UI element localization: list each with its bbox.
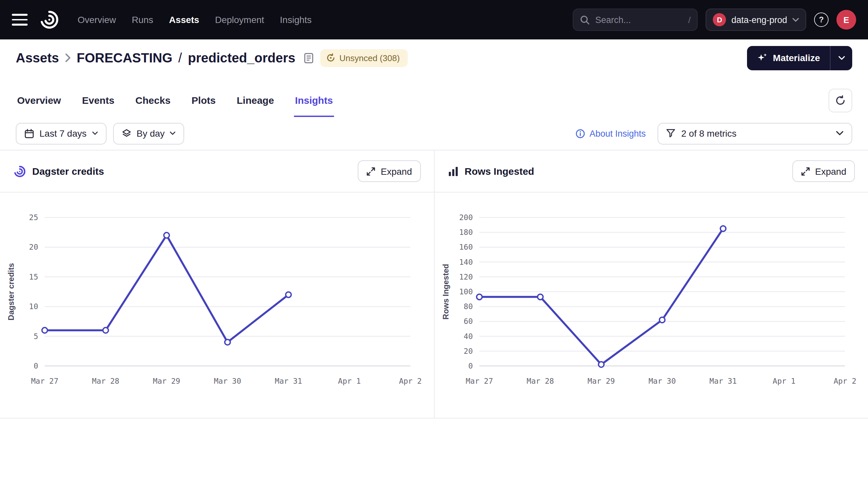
main-nav: Overview Runs Assets Deployment Insights: [78, 14, 312, 25]
about-insights-link[interactable]: About Insights: [576, 129, 646, 138]
org-switcher[interactable]: D data-eng-prod: [705, 9, 806, 31]
svg-text:80: 80: [463, 302, 472, 311]
svg-text:0: 0: [34, 362, 38, 370]
materialize-button[interactable]: Materialize: [747, 45, 830, 70]
org-avatar: D: [713, 13, 726, 26]
tab-events[interactable]: Events: [80, 95, 115, 117]
svg-text:15: 15: [29, 273, 38, 281]
nav-item-deployment[interactable]: Deployment: [215, 14, 264, 25]
svg-text:Apr 1: Apr 1: [338, 377, 361, 385]
svg-text:Mar 27: Mar 27: [31, 377, 58, 385]
chevron-down-icon: [838, 55, 845, 60]
line-chart-rows-ingested[interactable]: 020406080100120140160180200Mar 27Mar 28M…: [434, 193, 868, 418]
refresh-icon: [835, 95, 846, 106]
panel-title: Dagster credits: [13, 165, 104, 178]
top-navbar: Overview Runs Assets Deployment Insights…: [0, 0, 868, 39]
svg-text:Apr 1: Apr 1: [772, 377, 795, 385]
tab-overview[interactable]: Overview: [16, 95, 62, 117]
panel-title: Rows Ingested: [447, 166, 534, 177]
refresh-button[interactable]: [829, 89, 852, 112]
org-name: data-eng-prod: [731, 15, 787, 25]
materialize-button-label: Materialize: [773, 53, 820, 63]
svg-text:140: 140: [459, 258, 472, 266]
svg-text:60: 60: [463, 317, 472, 326]
panel-header: Rows Ingested Expand: [434, 150, 868, 193]
granularity-dropdown[interactable]: By day: [113, 122, 184, 144]
svg-text:Mar 29: Mar 29: [587, 377, 614, 385]
info-icon: [576, 129, 586, 138]
chevron-down-icon: [836, 131, 844, 136]
svg-text:Mar 31: Mar 31: [275, 377, 302, 385]
tab-lineage[interactable]: Lineage: [235, 95, 275, 117]
asset-tabs: Overview Events Checks Plots Lineage Ins…: [0, 76, 868, 117]
expand-button[interactable]: Expand: [358, 160, 421, 182]
svg-text:40: 40: [463, 332, 472, 341]
description-icon[interactable]: [304, 52, 314, 63]
svg-text:20: 20: [29, 243, 38, 251]
svg-text:25: 25: [29, 213, 38, 222]
date-range-dropdown[interactable]: Last 7 days: [16, 122, 106, 144]
svg-text:Apr 2: Apr 2: [833, 377, 856, 385]
question-icon: ?: [819, 15, 824, 24]
app: Overview Runs Assets Deployment Insights…: [0, 0, 868, 498]
bar-chart-icon: [447, 166, 459, 176]
funnel-icon: [666, 129, 675, 138]
unsynced-badge[interactable]: Unsynced (308): [320, 49, 408, 67]
nav-item-runs[interactable]: Runs: [132, 14, 153, 25]
svg-text:Dagster credits: Dagster credits: [7, 263, 15, 320]
expand-button[interactable]: Expand: [792, 160, 855, 182]
svg-text:Mar 27: Mar 27: [465, 377, 493, 385]
chart-title: Dagster credits: [32, 166, 104, 177]
svg-text:10: 10: [29, 302, 38, 311]
breadcrumb-assets-link[interactable]: Assets: [16, 50, 59, 65]
breadcrumb-group[interactable]: FORECASTING: [77, 50, 172, 65]
chart-panel-rows-ingested: Rows Ingested Expand 0204060801001201401…: [434, 150, 868, 418]
expand-icon: [366, 167, 375, 176]
metrics-filter-select[interactable]: 2 of 8 metrics: [658, 122, 852, 144]
about-insights-label: About Insights: [589, 129, 646, 138]
insights-filter-bar: Last 7 days By day About Insights: [0, 117, 868, 150]
navbar-right: Search... / D data-eng-prod ? E: [573, 9, 856, 31]
help-button[interactable]: ?: [814, 12, 829, 27]
svg-text:Mar 28: Mar 28: [92, 377, 119, 385]
svg-text:120: 120: [459, 273, 472, 281]
metrics-filter-label: 2 of 8 metrics: [681, 128, 830, 139]
svg-text:20: 20: [463, 347, 472, 355]
date-range-label: Last 7 days: [39, 128, 87, 139]
svg-text:Mar 29: Mar 29: [153, 377, 180, 385]
calendar-icon: [24, 129, 34, 138]
hamburger-menu-button[interactable]: [12, 14, 28, 26]
nav-item-overview[interactable]: Overview: [78, 14, 116, 25]
svg-text:200: 200: [459, 213, 472, 222]
chevron-down-icon: [792, 17, 799, 22]
tab-checks[interactable]: Checks: [134, 95, 172, 117]
sparkle-icon: [757, 53, 768, 63]
chevron-right-icon: [65, 53, 71, 62]
svg-text:Apr 2: Apr 2: [399, 377, 421, 385]
tab-plots[interactable]: Plots: [190, 95, 217, 117]
materialize-dropdown-button[interactable]: [830, 45, 852, 70]
svg-text:Mar 31: Mar 31: [709, 377, 737, 385]
tab-insights[interactable]: Insights: [294, 95, 334, 117]
nav-item-insights[interactable]: Insights: [280, 14, 312, 25]
user-avatar[interactable]: E: [837, 10, 856, 29]
search-placeholder: Search...: [595, 15, 683, 25]
panel-header: Dagster credits Expand: [0, 150, 434, 193]
nav-item-assets[interactable]: Assets: [169, 14, 199, 25]
chevron-down-icon: [92, 131, 98, 135]
svg-text:0: 0: [468, 362, 472, 370]
dagster-swirl-icon: [39, 9, 60, 30]
dagster-logo[interactable]: [38, 9, 61, 31]
svg-text:Mar 28: Mar 28: [526, 377, 554, 385]
unsynced-badge-label: Unsynced (308): [339, 53, 400, 63]
search-icon: [580, 15, 590, 25]
svg-text:Rows Ingested: Rows Ingested: [441, 264, 450, 319]
granularity-label: By day: [137, 128, 165, 139]
breadcrumb-separator: /: [178, 50, 182, 65]
expand-button-label: Expand: [815, 166, 846, 176]
search-input[interactable]: Search... /: [573, 9, 698, 31]
line-chart-dagster-credits[interactable]: 0510152025Mar 27Mar 28Mar 29Mar 30Mar 31…: [0, 193, 434, 418]
svg-text:180: 180: [459, 228, 472, 237]
expand-icon: [801, 167, 810, 176]
expand-button-label: Expand: [381, 166, 412, 176]
